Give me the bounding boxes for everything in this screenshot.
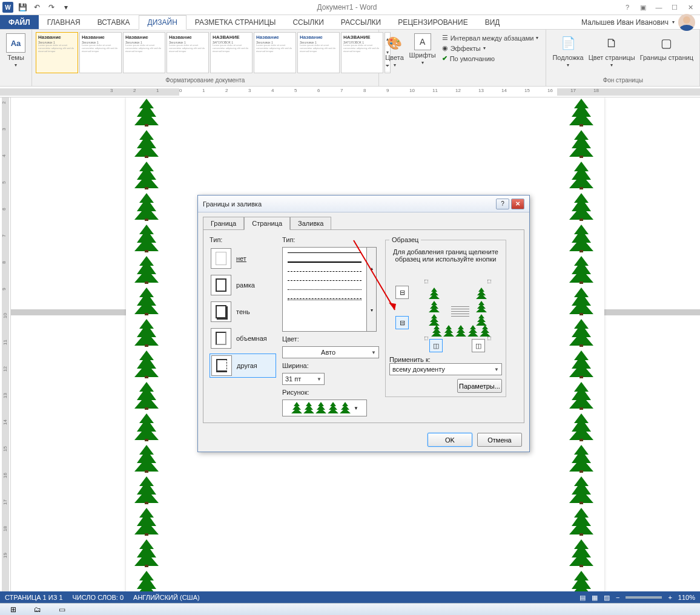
style-scroll-down[interactable]: ▾ — [367, 289, 376, 331]
dialog-help-button[interactable]: ? — [496, 199, 509, 209]
help-button[interactable]: ? — [620, 1, 635, 13]
watermark-button[interactable]: 📄 Подложка▾ — [550, 32, 586, 69]
status-page[interactable]: СТРАНИЦА 1 ИЗ 1 — [5, 594, 63, 601]
user-menu-icon[interactable]: ▾ — [672, 19, 675, 25]
border-preview[interactable]: ⊟ ⊟ ◫ ◫ — [394, 268, 497, 352]
watermark-icon: 📄 — [558, 33, 578, 53]
page-borders-button[interactable]: ▢ Границы страниц — [638, 32, 696, 69]
dialog-tab-border[interactable]: Граница — [203, 217, 244, 230]
style-set-gallery[interactable]: НазваниеЗаголовок 1Lorem ipsum dolor sit… — [36, 32, 383, 73]
edge-right-button[interactable]: ◫ — [472, 339, 485, 352]
tab-home[interactable]: ГЛАВНАЯ — [39, 15, 89, 29]
border-art-right — [568, 97, 597, 603]
width-value: 31 пт — [285, 375, 301, 383]
word-logo-icon: W — [2, 2, 13, 13]
style-set-item[interactable]: НазваниеЗаголовок 1Lorem ipsum dolor sit… — [167, 32, 209, 73]
style-set-item[interactable]: НАЗВАНИЕЗАГОЛОВОК 1Lorem ipsum dolor sit… — [341, 32, 383, 73]
dialog-tab-page[interactable]: Страница — [244, 217, 290, 230]
tab-insert[interactable]: ВСТАВКА — [89, 15, 139, 29]
set-default-button[interactable]: ✔По умолчанию — [441, 54, 540, 63]
fonts-button[interactable]: A Шрифты▾ — [407, 32, 438, 69]
setting-none[interactable]: нет — [210, 247, 276, 270]
themes-label: Темы — [7, 54, 24, 61]
setting-none-label: нет — [236, 255, 246, 262]
style-set-item[interactable]: НазваниеЗаголовок 1Lorem ipsum dolor sit… — [79, 32, 122, 73]
edge-top-button[interactable]: ⊟ — [395, 286, 409, 299]
zoom-level[interactable]: 110% — [678, 594, 695, 601]
tab-view[interactable]: ВИД — [477, 15, 509, 29]
zoom-out-button[interactable]: − — [616, 594, 619, 601]
options-button[interactable]: Параметры... — [457, 379, 502, 393]
color-dropdown[interactable]: Авто▼ — [282, 346, 379, 358]
dialog-title: Границы и заливка — [203, 200, 494, 208]
style-set-item[interactable]: НазваниеЗаголовок 1Lorem ipsum dolor sit… — [254, 32, 296, 73]
cancel-button[interactable]: Отмена — [477, 433, 522, 447]
effects-button[interactable]: ◉Эффекты▾ — [441, 44, 540, 53]
dialog-close-button[interactable]: ✕ — [511, 199, 524, 209]
redo-button[interactable]: ↷ — [46, 2, 57, 13]
dialog-titlebar[interactable]: Границы и заливка ? ✕ — [198, 196, 529, 212]
status-words[interactable]: ЧИСЛО СЛОВ: 0 — [73, 594, 124, 601]
tab-layout[interactable]: РАЗМЕТКА СТРАНИЦЫ — [187, 15, 285, 29]
view-web-icon[interactable]: ▨ — [604, 594, 610, 602]
zoom-in-button[interactable]: + — [668, 594, 672, 601]
art-label: Рисунок: — [282, 389, 379, 396]
edge-left-button[interactable]: ◫ — [429, 339, 443, 352]
tree-icon — [303, 401, 315, 415]
taskbar-explorer-icon[interactable]: 🗂 — [27, 604, 48, 615]
ok-button[interactable]: OK — [428, 433, 472, 447]
tab-review[interactable]: РЕЦЕНЗИРОВАНИЕ — [389, 15, 476, 29]
maximize-button[interactable]: ☐ — [667, 1, 682, 13]
line-style-list[interactable] — [282, 247, 367, 332]
art-dropdown[interactable]: ▼ — [282, 400, 367, 416]
style-set-item[interactable]: НАЗВАНИЕЗАГОЛОВОК 1Lorem ipsum dolor sit… — [210, 32, 253, 73]
status-bar: СТРАНИЦА 1 ИЗ 1 ЧИСЛО СЛОВ: 0 АНГЛИЙСКИЙ… — [0, 591, 700, 603]
start-button[interactable]: ⊞ — [2, 604, 24, 615]
minimize-button[interactable]: — — [652, 1, 666, 13]
page-borders-icon: ▢ — [657, 33, 676, 53]
preview-tree-icon — [475, 300, 487, 315]
width-dropdown[interactable]: 31 пт▼ — [282, 373, 325, 385]
apply-to-dropdown[interactable]: всему документу▼ — [389, 363, 502, 375]
view-print-icon[interactable]: ▤ — [579, 594, 586, 602]
view-read-icon[interactable]: ▦ — [592, 594, 598, 602]
taskbar: ⊞ 🗂 ▭ — [0, 603, 700, 615]
colors-icon: 🎨 — [385, 33, 404, 53]
close-button[interactable]: ✕ — [683, 1, 698, 13]
dialog-tab-fill[interactable]: Заливка — [290, 217, 331, 230]
colors-button[interactable]: 🎨 Цвета▾ — [383, 32, 407, 69]
user-name[interactable]: Малышев Иван Иванович — [581, 18, 669, 27]
setting-3d[interactable]: объемная — [210, 327, 276, 350]
setting-shadow-icon — [211, 301, 231, 322]
style-scroll-up[interactable]: ▴ — [367, 248, 376, 289]
setting-shadow[interactable]: тень — [210, 300, 276, 323]
style-set-item[interactable]: НазваниеЗаголовок 1Lorem ipsum dolor sit… — [297, 32, 340, 73]
window-title: Документ1 - Word — [74, 3, 620, 12]
horizontal-ruler[interactable]: 3210123456789101112131415161718 — [0, 87, 700, 97]
tab-mailings[interactable]: РАССЫЛКИ — [332, 15, 389, 29]
undo-button[interactable]: ↶ — [31, 2, 42, 13]
chevron-down-icon: ▼ — [494, 367, 499, 372]
fonts-label: Шрифты — [409, 51, 436, 59]
user-avatar-icon[interactable] — [678, 14, 695, 31]
setting-custom[interactable]: другая — [210, 354, 276, 378]
taskbar-app-icon[interactable]: ▭ — [51, 604, 73, 615]
qat-customize-icon[interactable]: ▾ — [61, 2, 71, 13]
status-lang[interactable]: АНГЛИЙСКИЙ (США) — [133, 594, 200, 601]
width-label: Ширина: — [282, 362, 379, 369]
style-set-item[interactable]: НазваниеЗаголовок 1Lorem ipsum dolor sit… — [123, 32, 165, 73]
ribbon-options-button[interactable]: ▣ — [636, 1, 650, 13]
edge-bottom-button[interactable]: ⊟ — [395, 316, 409, 329]
vertical-ruler[interactable]: 2345678910111213141516171819 — [0, 97, 11, 603]
tab-design[interactable]: ДИЗАЙН — [139, 15, 187, 30]
save-button[interactable]: 💾 — [17, 2, 28, 13]
style-set-item[interactable]: НазваниеЗаголовок 1Lorem ipsum dolor sit… — [36, 32, 78, 73]
page-color-button[interactable]: 🗋 Цвет страницы▾ — [586, 32, 638, 69]
zoom-slider[interactable] — [626, 596, 662, 599]
setting-box[interactable]: рамка — [210, 274, 276, 297]
tab-references[interactable]: ССЫЛКИ — [284, 15, 332, 29]
tab-file[interactable]: ФАЙЛ — [0, 15, 39, 29]
themes-button[interactable]: Aa Темы ▾ — [4, 32, 28, 69]
paragraph-spacing-button[interactable]: ☰Интервал между абзацами▾ — [441, 33, 540, 42]
preview-text-icon — [451, 306, 469, 318]
